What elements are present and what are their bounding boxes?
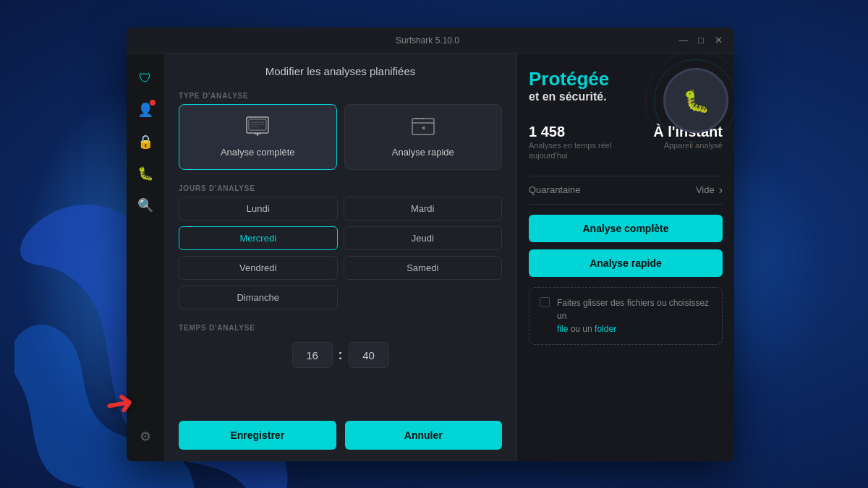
settings-sidebar-icon: ⚙ bbox=[140, 429, 151, 445]
complete-card-label: Analyse complète bbox=[221, 147, 295, 158]
maximize-button[interactable]: □ bbox=[694, 33, 708, 48]
stat-scans: 1 458 Analyses en temps réel aujourd'hui bbox=[529, 124, 611, 161]
day-samedi[interactable]: Samedi bbox=[344, 256, 503, 280]
save-button[interactable]: Enregistrer bbox=[179, 421, 336, 450]
bug-sidebar-icon: 🐛 bbox=[137, 166, 153, 181]
analysis-type-grid: Analyse complète Analyse rapide bbox=[164, 104, 516, 179]
time-separator: : bbox=[339, 348, 343, 363]
titlebar-controls: — □ ✕ bbox=[676, 33, 726, 48]
drop-zone[interactable]: Faites glisser des fichiers ou choisisse… bbox=[529, 287, 723, 345]
time-section-label: TEMPS D'ANALYSE bbox=[164, 318, 516, 336]
notification-badge bbox=[150, 100, 156, 106]
left-panel: Modifier les analyses planifiées TYPE D'… bbox=[164, 53, 517, 461]
app-window: Surfshark 5.10.0 — □ ✕ 🛡 👤 🔒 🐛 🔍 bbox=[127, 27, 734, 461]
bottom-buttons: Enregistrer Annuler bbox=[164, 412, 516, 461]
titlebar: Surfshark 5.10.0 — □ ✕ bbox=[127, 27, 734, 53]
drop-zone-checkbox[interactable] bbox=[540, 297, 550, 307]
rapide-action-button[interactable]: Analyse rapide bbox=[529, 249, 723, 277]
sidebar-item-search[interactable]: 🔍 bbox=[132, 192, 158, 218]
analysis-rapide-card[interactable]: Analyse rapide bbox=[344, 104, 503, 170]
sidebar-item-lock[interactable]: 🔒 bbox=[132, 129, 158, 155]
svg-rect-7 bbox=[412, 119, 434, 134]
day-jeudi[interactable]: Jeudi bbox=[344, 226, 503, 250]
day-mercredi[interactable]: Mercredi bbox=[179, 226, 338, 250]
sidebar-item-shield[interactable]: 🛡 bbox=[132, 65, 158, 91]
shield-circle: 🐛 bbox=[663, 68, 728, 133]
quarantine-label: Quarantaine bbox=[529, 184, 581, 195]
analysis-complete-card[interactable]: Analyse complète bbox=[179, 104, 337, 170]
drop-zone-file-link[interactable]: file bbox=[557, 324, 568, 334]
quarantine-arrow-icon: › bbox=[719, 184, 723, 197]
status-section: 🐛 Protégée et en sécurité. bbox=[529, 68, 723, 112]
drop-zone-text: Faites glisser des fichiers ou choisisse… bbox=[557, 296, 712, 335]
day-lundi[interactable]: Lundi bbox=[179, 197, 338, 221]
stat-number: 1 458 bbox=[529, 124, 611, 140]
quarantine-value[interactable]: Vide › bbox=[696, 184, 723, 197]
search-sidebar-icon: 🔍 bbox=[137, 197, 153, 213]
svg-rect-9 bbox=[414, 118, 419, 119]
time-container: : bbox=[164, 336, 516, 382]
sidebar-item-settings[interactable]: ⚙ bbox=[132, 424, 158, 450]
day-mardi[interactable]: Mardi bbox=[344, 197, 503, 221]
complete-card-icon bbox=[246, 116, 269, 141]
panel-header: Modifier les analyses planifiées bbox=[164, 53, 516, 86]
rapide-card-icon bbox=[412, 116, 435, 141]
window-title: Surfshark 5.10.0 bbox=[179, 35, 676, 46]
action-buttons: Analyse complète Analyse rapide bbox=[529, 215, 723, 277]
quarantine-row[interactable]: Quarantaine Vide › bbox=[529, 176, 723, 205]
svg-rect-1 bbox=[249, 119, 266, 130]
svg-rect-10 bbox=[420, 118, 425, 119]
sidebar-item-bug[interactable]: 🐛 bbox=[132, 160, 158, 187]
day-dimanche[interactable]: Dimanche bbox=[179, 286, 338, 309]
app-body: 🛡 👤 🔒 🐛 🔍 ⚙ Modifier les analyses planif… bbox=[127, 53, 734, 461]
instant-sublabel: Appareil analysé bbox=[653, 140, 723, 150]
day-vendredi[interactable]: Vendredi bbox=[179, 256, 338, 280]
time-hour-input[interactable] bbox=[292, 342, 333, 368]
drop-zone-folder-link[interactable]: folder bbox=[595, 324, 616, 334]
minimize-button[interactable]: — bbox=[676, 33, 691, 48]
time-inputs: : bbox=[179, 336, 502, 374]
shield-big-icon: 🐛 bbox=[683, 88, 710, 114]
sidebar-item-user[interactable]: 👤 bbox=[132, 97, 158, 123]
right-panel: 🐛 Protégée et en sécurité. 1 458 Analyse… bbox=[517, 53, 734, 461]
days-grid: Lundi Mardi Mercredi Jeudi Vendredi Same… bbox=[164, 197, 516, 318]
days-section-label: JOURS D'ANALYSE bbox=[164, 179, 516, 197]
rapide-card-label: Analyse rapide bbox=[392, 147, 454, 158]
stat-label: Analyses en temps réel aujourd'hui bbox=[529, 140, 611, 161]
complete-action-button[interactable]: Analyse complète bbox=[529, 215, 723, 242]
type-section-label: TYPE D'ANALYSE bbox=[164, 86, 516, 104]
close-button[interactable]: ✕ bbox=[711, 33, 726, 48]
time-minute-input[interactable] bbox=[349, 342, 389, 368]
lock-sidebar-icon: 🔒 bbox=[137, 134, 153, 150]
shield-sidebar-icon: 🛡 bbox=[139, 71, 152, 86]
cancel-button[interactable]: Annuler bbox=[345, 421, 503, 450]
